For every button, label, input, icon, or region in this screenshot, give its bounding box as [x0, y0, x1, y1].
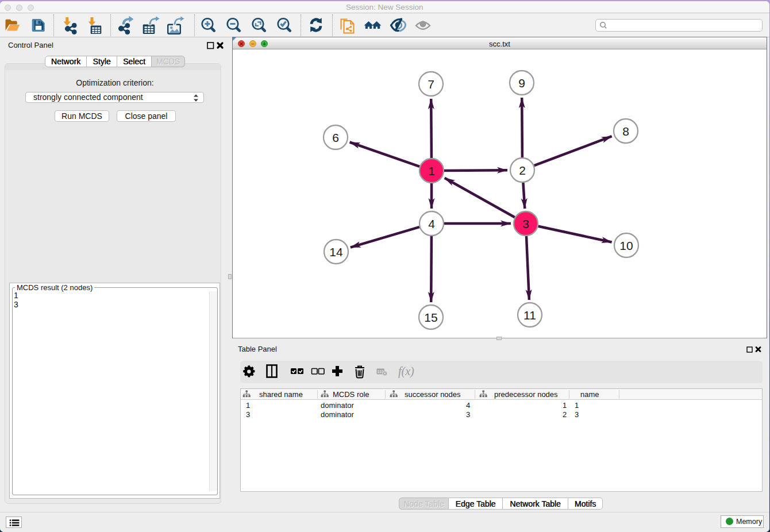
svg-text:f(x): f(x) [398, 365, 414, 378]
svg-text:4: 4 [428, 217, 435, 230]
svg-text:14: 14 [329, 245, 343, 259]
svg-text:6: 6 [332, 131, 339, 144]
svg-text:10: 10 [619, 239, 633, 252]
svg-text:2: 2 [519, 164, 526, 177]
svg-text:11: 11 [523, 309, 536, 322]
svg-text:1: 1 [428, 164, 435, 178]
svg-text:8: 8 [622, 125, 629, 138]
svg-text:7: 7 [428, 78, 434, 91]
svg-text:3: 3 [522, 217, 529, 230]
svg-text:9: 9 [518, 76, 525, 90]
svg-text:15: 15 [424, 311, 437, 324]
